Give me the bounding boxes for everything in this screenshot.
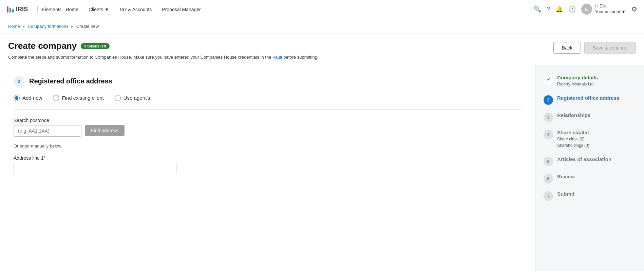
sidebar-step-4: 4 Share capital Share class (0) Sharehol… <box>544 130 636 149</box>
postcode-label: Search postcode <box>14 118 176 123</box>
breadcrumb-company-formations[interactable]: Company formations <box>28 24 69 29</box>
address-line1-input[interactable] <box>14 163 176 174</box>
navbar: IRIS | Elements Home Clients ▼ Tax & Acc… <box>0 0 644 19</box>
address-line1-field-group: Address line 1* <box>14 155 176 174</box>
radio-find-existing[interactable]: Find existing client <box>53 95 103 101</box>
back-button[interactable]: Back <box>553 42 581 54</box>
address-line1-label: Address line 1* <box>14 155 176 161</box>
nav-tax-accounts[interactable]: Tax & Accounts <box>115 5 156 14</box>
sidebar-step-3-label: Relationships <box>557 112 590 118</box>
logo-divider: | <box>37 5 38 13</box>
nav-proposal-manager[interactable]: Proposal Manager <box>158 5 205 14</box>
radio-use-agents-label: Use agent's <box>124 95 150 101</box>
sidebar-step-4-label: Share capital <box>557 130 589 135</box>
logo-text: IRIS <box>16 6 28 13</box>
radio-add-new-label: Add new <box>22 95 42 101</box>
sidebar-step-6-label: Review <box>557 174 575 179</box>
sidebar-step-7-content: Submit <box>557 191 574 197</box>
radio-use-agents-input[interactable] <box>115 95 121 101</box>
sidebar-step-5-label: Articles of association <box>557 156 611 162</box>
breadcrumb-sep-2: ▸ <box>71 24 74 29</box>
radio-find-existing-input[interactable] <box>53 95 59 101</box>
sidebar-step-1: ✓ Company details Raferty Minerals Ltd <box>544 75 636 87</box>
manual-entry-hint: Or enter manually below <box>14 143 176 149</box>
page-description: Complete the steps and submit formation … <box>8 54 319 61</box>
chevron-down-icon: ▼ <box>105 7 109 12</box>
step-number: 2 <box>14 76 24 87</box>
notifications-icon[interactable]: 🔔 <box>555 5 563 13</box>
settings-icon[interactable]: ⚙ <box>631 5 637 13</box>
page-header: Create company 9 tokens left Complete th… <box>0 34 644 65</box>
breadcrumb-sep-1: ▸ <box>23 24 25 29</box>
check-icon: ✓ <box>547 77 550 82</box>
main-layout: 2 Registered office address Add new Find… <box>0 65 644 271</box>
step-header: 2 Registered office address <box>14 76 522 87</box>
sidebar-step-7: 7 Submit <box>544 191 636 201</box>
logo-elements: Elements <box>42 7 61 12</box>
sidebar-step-5-content: Articles of association <box>557 156 611 162</box>
page-title-area: Create company 9 tokens left Complete th… <box>8 41 319 61</box>
user-greeting: Hi Ella <box>595 4 626 9</box>
page-title: Create company <box>8 41 77 51</box>
header-actions: Back Save & continue <box>553 42 636 54</box>
history-icon[interactable]: 🕐 <box>568 5 576 13</box>
search-icon[interactable]: 🔍 <box>534 5 541 13</box>
nav-links: Home Clients ▼ Tax & Accounts Proposal M… <box>62 5 534 14</box>
sidebar-step-2: 2 Registered office address <box>544 95 636 105</box>
sidebar-step-7-indicator: 7 <box>544 191 553 201</box>
sidebar-step-1-content: Company details Raferty Minerals Ltd <box>557 75 598 87</box>
sidebar: ✓ Company details Raferty Minerals Ltd 2… <box>535 65 644 271</box>
sidebar-step-2-indicator: 2 <box>544 95 553 105</box>
sidebar-step-3-content: Relationships <box>557 112 590 118</box>
avatar: E <box>581 4 592 15</box>
sidebar-step-5: 5 Articles of association <box>544 156 636 166</box>
sidebar-step-6: 6 Review <box>544 174 636 183</box>
breadcrumb-current: Create new <box>76 24 99 29</box>
sidebar-step-3: 3 Relationships <box>544 112 636 122</box>
content-area: 2 Registered office address Add new Find… <box>0 65 535 271</box>
address-form: Search postcode Find address Or enter ma… <box>14 118 176 174</box>
sidebar-step-4-indicator: 4 <box>544 130 553 139</box>
breadcrumb-home[interactable]: Home <box>8 24 20 29</box>
postcode-row: Find address <box>14 125 176 137</box>
sidebar-step-4-sub: Share class (0) Shareholdings (0) <box>557 136 589 149</box>
sidebar-step-5-indicator: 5 <box>544 157 553 166</box>
radio-use-agents[interactable]: Use agent's <box>115 95 150 101</box>
nav-home[interactable]: Home <box>62 5 82 14</box>
sidebar-step-3-indicator: 3 <box>544 113 553 122</box>
address-type-radio-group: Add new Find existing client Use agent's <box>14 95 522 101</box>
sidebar-step-6-content: Review <box>557 174 575 179</box>
page-title-row: Create company 9 tokens left <box>8 41 319 51</box>
sidebar-step-2-content: Registered office address <box>557 95 619 101</box>
find-address-button[interactable]: Find address <box>85 125 125 136</box>
sidebar-step-1-sub: Raferty Minerals Ltd <box>557 81 598 87</box>
user-info: Hi Ella Your account ▼ <box>595 4 626 15</box>
step-title: Registered office address <box>29 77 112 85</box>
sidebar-step-2-label: Registered office address <box>557 95 619 101</box>
breadcrumb: Home ▸ Company formations ▸ Create new <box>0 19 644 34</box>
nav-clients[interactable]: Clients ▼ <box>84 5 113 14</box>
chevron-down-icon: ▼ <box>621 9 626 15</box>
logo: IRIS <box>7 6 28 13</box>
user-area[interactable]: E Hi Ella Your account ▼ <box>581 4 626 15</box>
iris-logo-bars <box>7 6 14 13</box>
radio-add-new[interactable]: Add new <box>14 95 42 101</box>
sidebar-step-1-indicator: ✓ <box>544 75 553 84</box>
section-divider <box>14 109 522 110</box>
radio-find-existing-label: Find existing client <box>62 95 103 101</box>
radio-add-new-input[interactable] <box>14 95 20 101</box>
sidebar-step-4-content: Share capital Share class (0) Shareholdi… <box>557 130 589 149</box>
postcode-field-group: Search postcode Find address <box>14 118 176 137</box>
sidebar-step-6-indicator: 6 <box>544 174 553 183</box>
vault-link[interactable]: Vault <box>272 55 282 60</box>
save-continue-button[interactable]: Save & continue <box>584 42 636 54</box>
tokens-badge: 9 tokens left <box>81 43 109 49</box>
required-marker: * <box>44 155 45 161</box>
sidebar-step-1-label: Company details <box>557 75 598 80</box>
sidebar-step-7-label: Submit <box>557 191 574 197</box>
help-icon[interactable]: ? <box>547 6 550 13</box>
user-account-label: Your account ▼ <box>595 9 626 15</box>
nav-right: 🔍 ? 🔔 🕐 E Hi Ella Your account ▼ ⚙ <box>534 4 637 15</box>
postcode-input[interactable] <box>14 125 81 137</box>
